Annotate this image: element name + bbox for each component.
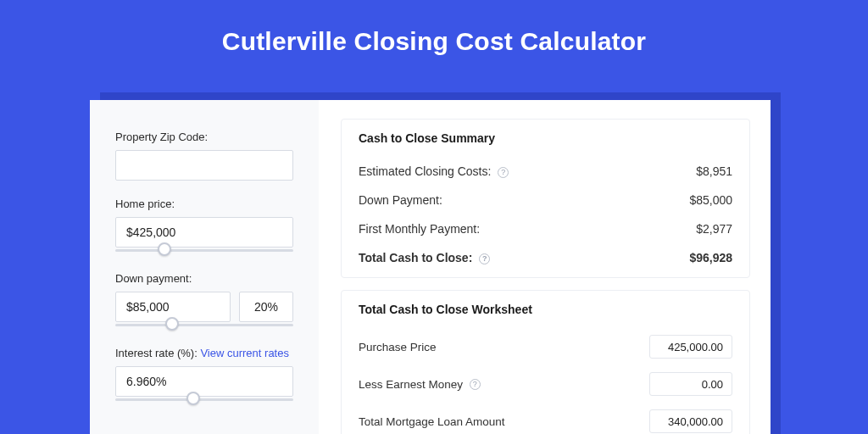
worksheet-row: Total Mortgage Loan Amount 340,000.00 bbox=[359, 403, 732, 434]
summary-row-label: Estimated Closing Costs: bbox=[359, 164, 491, 178]
interest-rate-label: Interest rate (%): View current rates bbox=[115, 347, 293, 359]
home-price-input[interactable] bbox=[115, 217, 293, 248]
summary-row-label: Down Payment: bbox=[359, 193, 442, 207]
field-interest-rate: Interest rate (%): View current rates bbox=[115, 347, 293, 404]
field-home-price: Home price: bbox=[115, 198, 293, 255]
slider-track bbox=[115, 324, 293, 326]
help-icon[interactable]: ? bbox=[470, 379, 481, 390]
summary-total-row: Total Cash to Close: ? $96,928 bbox=[359, 243, 732, 272]
worksheet-row-label: Total Mortgage Loan Amount bbox=[359, 415, 505, 428]
worksheet-row-value: 425,000.00 bbox=[649, 335, 732, 359]
summary-row-label: First Monthly Payment: bbox=[359, 222, 480, 236]
worksheet-row-value: 340,000.00 bbox=[649, 409, 732, 433]
home-price-label: Home price: bbox=[115, 198, 293, 210]
summary-panel: Cash to Close Summary Estimated Closing … bbox=[341, 119, 750, 278]
view-rates-link[interactable]: View current rates bbox=[200, 347, 289, 359]
summary-total-label: Total Cash to Close: bbox=[359, 251, 472, 264]
summary-title: Cash to Close Summary bbox=[359, 131, 732, 145]
slider-thumb[interactable] bbox=[158, 242, 171, 256]
inputs-sidebar: Property Zip Code: Home price: Down paym… bbox=[90, 100, 319, 434]
down-payment-slider[interactable] bbox=[115, 321, 293, 330]
zip-input[interactable] bbox=[115, 150, 293, 181]
worksheet-panel: Total Cash to Close Worksheet Purchase P… bbox=[341, 290, 750, 434]
worksheet-title: Total Cash to Close Worksheet bbox=[359, 303, 732, 316]
summary-row: First Monthly Payment: $2,977 bbox=[359, 214, 732, 243]
slider-track bbox=[115, 249, 293, 252]
page-title: Cutlerville Closing Cost Calculator bbox=[0, 0, 868, 78]
summary-row-value: $85,000 bbox=[689, 193, 732, 207]
slider-thumb[interactable] bbox=[165, 317, 179, 331]
summary-row-value: $2,977 bbox=[696, 222, 732, 236]
results-main: Cash to Close Summary Estimated Closing … bbox=[319, 100, 771, 434]
summary-row: Estimated Closing Costs: ? $8,951 bbox=[359, 157, 732, 186]
interest-rate-label-text: Interest rate (%): bbox=[115, 347, 200, 359]
calculator-card: Property Zip Code: Home price: Down paym… bbox=[90, 100, 771, 434]
summary-total-value: $96,928 bbox=[689, 251, 732, 264]
help-icon[interactable]: ? bbox=[498, 167, 509, 178]
summary-row: Down Payment: $85,000 bbox=[359, 186, 732, 214]
worksheet-row-label: Purchase Price bbox=[359, 341, 437, 353]
interest-rate-slider[interactable] bbox=[115, 396, 293, 404]
field-zip: Property Zip Code: bbox=[115, 131, 293, 181]
worksheet-row-value: 0.00 bbox=[649, 372, 732, 396]
slider-track bbox=[115, 398, 293, 401]
field-down-payment: Down payment: bbox=[115, 272, 293, 330]
worksheet-row-label: Less Earnest Money bbox=[359, 378, 463, 391]
worksheet-row: Less Earnest Money ? 0.00 bbox=[359, 365, 732, 403]
down-payment-label: Down payment: bbox=[115, 272, 293, 285]
down-payment-pct-input[interactable] bbox=[239, 292, 293, 322]
help-icon[interactable]: ? bbox=[479, 253, 490, 264]
home-price-slider[interactable] bbox=[115, 247, 293, 255]
zip-label: Property Zip Code: bbox=[115, 131, 293, 143]
slider-thumb[interactable] bbox=[186, 392, 200, 405]
summary-row-value: $8,951 bbox=[696, 164, 732, 178]
interest-rate-input[interactable] bbox=[115, 366, 293, 397]
worksheet-row: Purchase Price 425,000.00 bbox=[359, 328, 732, 365]
